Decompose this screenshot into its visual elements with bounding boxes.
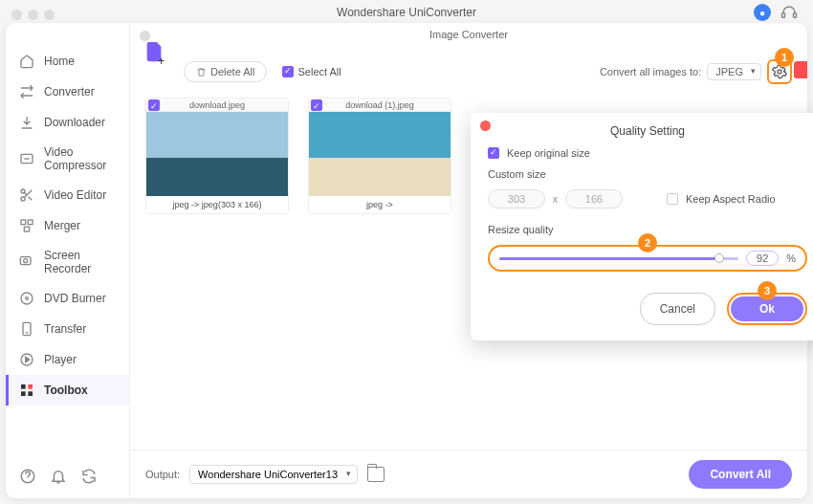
nav-label: Video Editor (44, 188, 106, 202)
slider-thumb-icon[interactable] (714, 253, 724, 263)
nav-label: Downloader (44, 116, 105, 129)
callout-2: 2 (638, 233, 657, 252)
converter-icon (19, 84, 34, 99)
svg-rect-15 (28, 384, 33, 389)
thumb-preview (309, 112, 450, 196)
window-traffic-lights (11, 10, 55, 20)
thumb-checkbox-icon[interactable] (148, 99, 160, 111)
svg-rect-0 (782, 13, 785, 18)
output-label: Output: (145, 469, 180, 480)
nav-dvd-burner[interactable]: DVD Burner (6, 283, 129, 314)
thumb-preview (146, 112, 288, 196)
nav-player[interactable]: Player (6, 344, 129, 375)
modal-title: Quality Setting (488, 124, 807, 138)
ok-highlight: 3 Ok (727, 293, 807, 325)
svg-rect-16 (21, 391, 26, 396)
convert-to-label: Convert all images to: (600, 66, 701, 77)
panel-edge-badge (794, 61, 807, 78)
svg-point-20 (778, 70, 781, 74)
play-icon (19, 352, 34, 367)
cancel-button[interactable]: Cancel (640, 293, 715, 325)
help-icon[interactable] (19, 468, 36, 485)
nav-label: DVD Burner (44, 292, 106, 305)
nav-home[interactable]: Home (6, 46, 129, 77)
refresh-icon[interactable] (80, 468, 98, 485)
nav-screen-recorder[interactable]: Screen Recorder (6, 241, 129, 283)
nav-label: Converter (44, 85, 95, 99)
thumb-filename: download (1).jpeg (345, 100, 414, 110)
output-path-value: Wondershare UniConverter13 (198, 469, 338, 480)
thumbnail-item[interactable]: download (1).jpeg jpeg -> (308, 98, 451, 214)
bell-icon[interactable] (50, 468, 67, 485)
thumb-checkbox-icon[interactable] (311, 99, 322, 111)
settings-button[interactable]: 1 (767, 59, 792, 84)
height-input[interactable] (565, 189, 623, 208)
app-title: Wondershare UniConverter (0, 0, 813, 19)
modal-close-button[interactable] (480, 121, 491, 131)
quality-slider-group: 2 92 % (488, 245, 807, 272)
nav-video-compressor[interactable]: Video Compressor (6, 138, 129, 180)
svg-point-9 (24, 259, 28, 263)
quality-settings-modal: Quality Setting Keep original size Custo… (471, 113, 813, 340)
svg-rect-5 (21, 220, 26, 225)
format-value: JPEG (715, 66, 743, 77)
nav-converter[interactable]: Converter (6, 77, 129, 107)
callout-1: 1 (775, 48, 794, 67)
dimension-separator: x (553, 194, 558, 205)
headset-icon[interactable] (780, 4, 798, 21)
delete-all-button[interactable]: Delete All (184, 61, 267, 82)
keep-original-label: Keep original size (507, 147, 590, 159)
thumbnail-item[interactable]: download.jpeg jpeg -> jpeg(303 x 166) (145, 98, 289, 214)
aspect-label: Keep Aspect Radio (686, 193, 776, 205)
callout-3: 3 (758, 281, 777, 300)
account-avatar[interactable]: ● (754, 4, 771, 21)
download-icon (19, 115, 34, 130)
disc-icon (19, 291, 34, 306)
delete-all-label: Delete All (210, 66, 254, 77)
add-file-icon[interactable]: + (143, 40, 165, 65)
nav-label: Transfer (44, 322, 86, 336)
svg-point-11 (26, 297, 29, 300)
quality-value[interactable]: 92 (746, 251, 779, 266)
nav-video-editor[interactable]: Video Editor (6, 180, 129, 210)
scissors-icon (19, 187, 34, 203)
nav-transfer[interactable]: Transfer (6, 314, 129, 344)
nav-downloader[interactable]: Downloader (6, 107, 129, 138)
record-icon (19, 254, 34, 270)
select-all-label: Select All (297, 66, 341, 77)
output-path-select[interactable]: Wondershare UniConverter13 (189, 465, 358, 484)
nav-label: Toolbox (44, 383, 88, 397)
svg-point-3 (21, 189, 25, 193)
percent-label: % (786, 252, 796, 264)
width-input[interactable] (488, 189, 545, 208)
merge-icon (19, 218, 34, 233)
custom-size-label: Custom size (488, 168, 807, 180)
checkbox-checked-icon (282, 66, 294, 77)
svg-text:+: + (158, 54, 165, 65)
compress-icon (19, 151, 34, 166)
svg-point-10 (21, 293, 33, 304)
keep-original-checkbox[interactable]: Keep original size (488, 147, 807, 159)
transfer-icon (19, 321, 34, 337)
format-select[interactable]: JPEG (707, 63, 761, 80)
nav-label: Home (44, 55, 75, 68)
quality-slider[interactable] (499, 257, 738, 260)
nav-label: Merger (44, 219, 80, 232)
grid-icon (19, 383, 34, 398)
trash-icon (196, 67, 207, 77)
svg-rect-14 (21, 384, 26, 389)
thumb-caption: jpeg -> (309, 196, 450, 213)
nav-label: Player (44, 353, 77, 366)
thumb-filename: download.jpeg (189, 100, 245, 110)
svg-rect-6 (28, 220, 33, 225)
nav-label: Video Compressor (44, 145, 116, 172)
aspect-checkbox[interactable] (667, 193, 678, 205)
home-icon (19, 54, 34, 69)
thumb-caption: jpeg -> jpeg(303 x 166) (146, 196, 288, 213)
open-folder-icon[interactable] (367, 467, 385, 482)
select-all-checkbox[interactable]: Select All (282, 66, 341, 77)
nav-toolbox[interactable]: Toolbox (6, 375, 129, 405)
convert-all-button[interactable]: Convert All (689, 460, 792, 489)
svg-rect-8 (20, 257, 31, 265)
nav-merger[interactable]: Merger (6, 210, 129, 241)
